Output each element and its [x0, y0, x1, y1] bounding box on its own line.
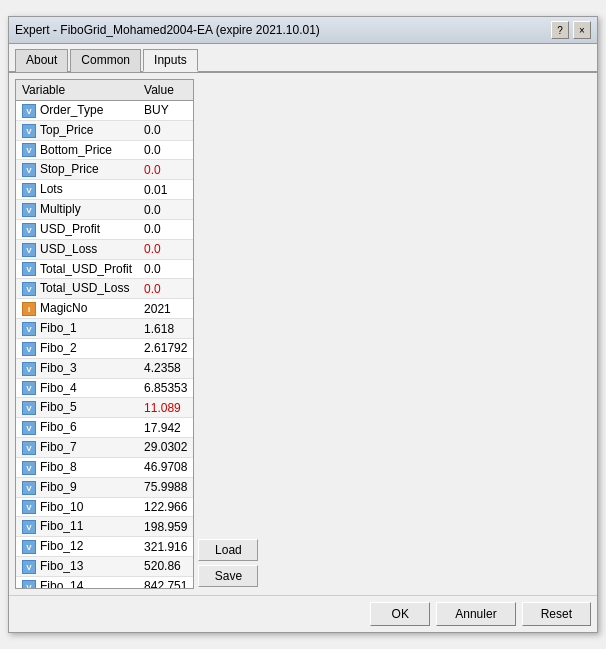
variable-icon: V — [22, 441, 36, 455]
table-row[interactable]: VFibo_10122.966 — [16, 497, 193, 517]
table-row[interactable]: VFibo_617.942 — [16, 418, 193, 438]
table-row[interactable]: VBottom_Price0.0 — [16, 140, 193, 160]
variable-cell: VBottom_Price — [16, 140, 138, 160]
table-row[interactable]: VFibo_846.9708 — [16, 457, 193, 477]
variable-name: Fibo_4 — [40, 381, 77, 395]
variable-cell: VUSD_Profit — [16, 219, 138, 239]
tab-inputs[interactable]: Inputs — [143, 49, 198, 72]
value-cell: 0.0 — [138, 140, 193, 160]
variable-icon: V — [22, 461, 36, 475]
value-cell: 2021 — [138, 299, 193, 319]
variable-name: Fibo_8 — [40, 460, 77, 474]
variable-name: Fibo_10 — [40, 500, 83, 514]
table-row[interactable]: VFibo_22.61792 — [16, 338, 193, 358]
variable-cell: IMagicNo — [16, 299, 138, 319]
tab-bar: About Common Inputs — [9, 44, 597, 73]
value-cell: 0.0 — [138, 200, 193, 220]
load-button[interactable]: Load — [198, 539, 258, 561]
table-row[interactable]: VFibo_975.9988 — [16, 477, 193, 497]
variable-icon: V — [22, 243, 36, 257]
table-row[interactable]: IMagicNo2021 — [16, 299, 193, 319]
help-button[interactable]: ? — [551, 21, 569, 39]
inputs-table-container[interactable]: Variable Value VOrder_TypeBUYVTop_Price0… — [15, 79, 194, 589]
value-cell: 842.751 — [138, 576, 193, 589]
variable-icon: V — [22, 520, 36, 534]
table-row[interactable]: VTop_Price0.0 — [16, 120, 193, 140]
table-row[interactable]: VStop_Price0.0 — [16, 160, 193, 180]
value-cell: 4.2358 — [138, 358, 193, 378]
table-row[interactable]: VTotal_USD_Profit0.0 — [16, 259, 193, 279]
variable-name: Multiply — [40, 202, 81, 216]
variable-name: USD_Profit — [40, 222, 100, 236]
variable-cell: VFibo_11 — [16, 517, 138, 537]
variable-cell: VTotal_USD_Profit — [16, 259, 138, 279]
ok-button[interactable]: OK — [370, 602, 430, 626]
content-area: Variable Value VOrder_TypeBUYVTop_Price0… — [9, 73, 597, 595]
table-row[interactable]: VFibo_11.618 — [16, 319, 193, 339]
variable-name: Fibo_13 — [40, 559, 83, 573]
variable-cell: VStop_Price — [16, 160, 138, 180]
value-cell: 11.089 — [138, 398, 193, 418]
variable-icon: V — [22, 163, 36, 177]
variable-name: MagicNo — [40, 301, 87, 315]
value-cell: 46.9708 — [138, 457, 193, 477]
table-row[interactable]: VLots0.01 — [16, 180, 193, 200]
variable-icon: V — [22, 104, 36, 118]
table-row[interactable]: VOrder_TypeBUY — [16, 101, 193, 121]
variable-name: Fibo_14 — [40, 579, 83, 589]
value-cell: 2.61792 — [138, 338, 193, 358]
table-row[interactable]: VFibo_14842.751 — [16, 576, 193, 589]
variable-cell: VLots — [16, 180, 138, 200]
table-row[interactable]: VFibo_729.0302 — [16, 438, 193, 458]
side-buttons: Load Save — [198, 79, 258, 589]
annuler-button[interactable]: Annuler — [436, 602, 515, 626]
variable-name: Total_USD_Loss — [40, 281, 129, 295]
variable-icon: V — [22, 580, 36, 589]
variable-cell: VTotal_USD_Loss — [16, 279, 138, 299]
main-row: Variable Value VOrder_TypeBUYVTop_Price0… — [15, 79, 591, 589]
variable-name: Stop_Price — [40, 162, 99, 176]
variable-icon: V — [22, 282, 36, 296]
variable-cell: VMultiply — [16, 200, 138, 220]
value-cell: 0.0 — [138, 279, 193, 299]
variable-name: Fibo_2 — [40, 341, 77, 355]
table-row[interactable]: VFibo_12321.916 — [16, 537, 193, 557]
variable-icon: V — [22, 560, 36, 574]
table-row[interactable]: VFibo_511.089 — [16, 398, 193, 418]
variable-cell: VFibo_8 — [16, 457, 138, 477]
tab-about[interactable]: About — [15, 49, 68, 72]
value-cell: 0.0 — [138, 239, 193, 259]
reset-button[interactable]: Reset — [522, 602, 591, 626]
value-cell: 6.85353 — [138, 378, 193, 398]
col-value-header: Value — [138, 80, 193, 101]
title-bar: Expert - FiboGrid_Mohamed2004-EA (expire… — [9, 17, 597, 44]
table-row[interactable]: VFibo_11198.959 — [16, 517, 193, 537]
variable-name: Top_Price — [40, 123, 93, 137]
variable-icon: I — [22, 302, 36, 316]
variable-cell: VOrder_Type — [16, 101, 138, 121]
table-row[interactable]: VFibo_34.2358 — [16, 358, 193, 378]
variable-name: Order_Type — [40, 103, 103, 117]
variable-cell: VFibo_6 — [16, 418, 138, 438]
save-button[interactable]: Save — [198, 565, 258, 587]
table-row[interactable]: VUSD_Profit0.0 — [16, 219, 193, 239]
table-row[interactable]: VFibo_13520.86 — [16, 557, 193, 577]
table-row[interactable]: VUSD_Loss0.0 — [16, 239, 193, 259]
variable-name: Fibo_9 — [40, 480, 77, 494]
variable-cell: VFibo_13 — [16, 557, 138, 577]
value-cell: 0.0 — [138, 259, 193, 279]
table-row[interactable]: VFibo_46.85353 — [16, 378, 193, 398]
table-row[interactable]: VTotal_USD_Loss0.0 — [16, 279, 193, 299]
table-row[interactable]: VMultiply0.0 — [16, 200, 193, 220]
variable-cell: VFibo_10 — [16, 497, 138, 517]
title-controls: ? × — [551, 21, 591, 39]
col-variable-header: Variable — [16, 80, 138, 101]
tab-common[interactable]: Common — [70, 49, 141, 72]
bottom-bar: OK Annuler Reset — [9, 595, 597, 632]
variable-icon: V — [22, 322, 36, 336]
variable-name: Fibo_7 — [40, 440, 77, 454]
close-button[interactable]: × — [573, 21, 591, 39]
value-cell: 198.959 — [138, 517, 193, 537]
variable-icon: V — [22, 203, 36, 217]
variable-icon: V — [22, 540, 36, 554]
